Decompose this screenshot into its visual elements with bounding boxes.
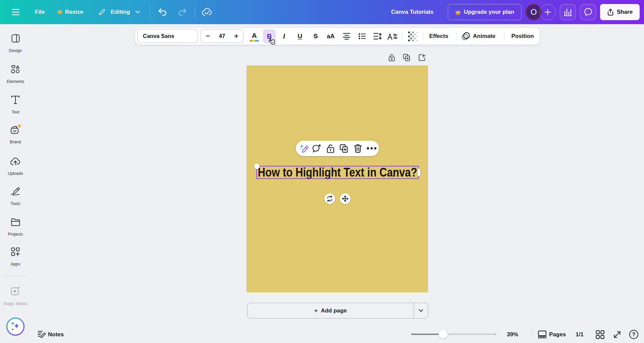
svg-text:co: co (13, 129, 16, 133)
